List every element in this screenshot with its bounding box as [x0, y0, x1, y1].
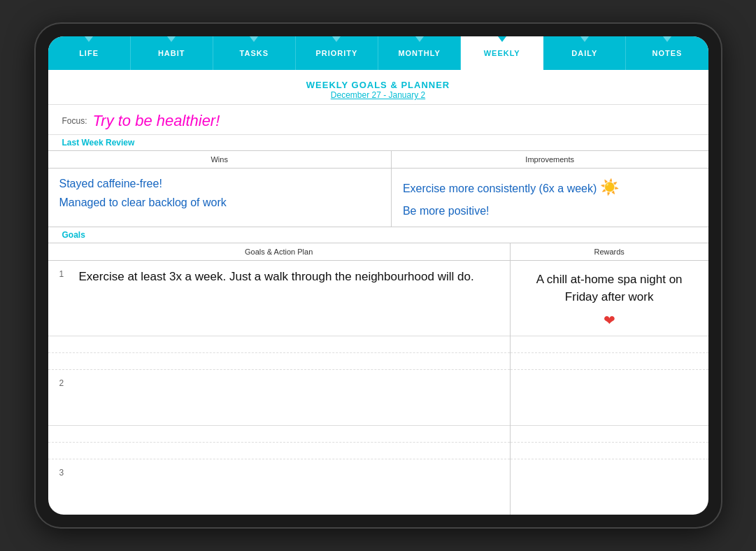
focus-label: Focus:: [62, 116, 87, 126]
goals-section: Goals & Action Plan Rewards 1 Exercise a…: [48, 243, 708, 515]
page-date[interactable]: December 27 - January 2: [48, 90, 708, 100]
wins-text: Stayed caffeine-free! Managed to clear b…: [59, 174, 380, 212]
tab-life[interactable]: LIFE: [48, 36, 131, 70]
goal-row-3: 3: [48, 459, 708, 515]
focus-row: Focus: Try to be healthier!: [48, 105, 708, 135]
tab-notes[interactable]: NOTES: [626, 36, 708, 70]
goal-row-1: 1 Exercise at least 3x a week. Just a wa…: [48, 260, 708, 336]
page-title: WEEKLY GOALS & PLANNER: [48, 80, 708, 90]
goal-3-cell: 3: [48, 459, 511, 515]
improvements-cell: Exercise more consistently (6x a week) ☀…: [391, 169, 708, 227]
goal-1-text: Exercise at least 3x a week. Just a walk…: [79, 268, 474, 286]
goal-number-1: 1: [59, 268, 73, 279]
improvements-column-header: Improvements: [391, 151, 708, 169]
tab-daily[interactable]: DAILY: [543, 36, 626, 70]
tab-weekly[interactable]: WEEKLY: [461, 36, 543, 70]
goals-header: Goals: [48, 227, 708, 243]
review-table: Wins Improvements Stayed caffeine-free! …: [48, 150, 708, 227]
heart-emoji-1: ❤: [604, 313, 615, 328]
goal-2-subline2: [48, 442, 708, 459]
focus-text: Try to be healthier!: [93, 112, 220, 130]
goal-1-cell: 1 Exercise at least 3x a week. Just a wa…: [48, 260, 511, 336]
reward-1-text: A chill at-home spa night on Friday afte…: [522, 268, 697, 309]
nav-bar: LIFE HABIT TASKS PRIORITY MONTHLY WEEKLY…: [48, 36, 708, 70]
goal-number-2: 2: [59, 377, 73, 388]
last-week-review-header: Last Week Review: [48, 135, 708, 150]
reward-2-cell: [510, 369, 708, 425]
goal-1-subline2: [48, 352, 708, 369]
goal-row-2: 2: [48, 369, 708, 425]
tablet-screen: LIFE HABIT TASKS PRIORITY MONTHLY WEEKLY…: [48, 36, 708, 515]
tab-tasks[interactable]: TASKS: [213, 36, 296, 70]
goal-1-subline: [48, 336, 708, 352]
wins-column-header: Wins: [48, 151, 392, 169]
tab-monthly[interactable]: MONTHLY: [378, 36, 461, 70]
goal-2-subline: [48, 425, 708, 442]
goals-table: Goals & Action Plan Rewards 1 Exercise a…: [48, 243, 708, 515]
goal-number-3: 3: [59, 466, 73, 478]
reward-1-cell: A chill at-home spa night on Friday afte…: [510, 260, 708, 336]
tab-habit[interactable]: HABIT: [131, 36, 213, 70]
tablet-frame: LIFE HABIT TASKS PRIORITY MONTHLY WEEKLY…: [36, 24, 721, 527]
improvements-text: Exercise more consistently (6x a week) ☀…: [403, 174, 697, 221]
reward-3-cell: [510, 459, 708, 515]
tab-priority[interactable]: PRIORITY: [296, 36, 378, 70]
rewards-col-header: Rewards: [510, 243, 708, 260]
wins-cell: Stayed caffeine-free! Managed to clear b…: [48, 169, 392, 227]
goal-2-cell: 2: [48, 369, 511, 425]
main-content: WEEKLY GOALS & PLANNER December 27 - Jan…: [48, 70, 708, 515]
goals-col-header: Goals & Action Plan: [48, 243, 511, 260]
sun-emoji: ☀️: [600, 174, 619, 200]
page-title-section: WEEKLY GOALS & PLANNER December 27 - Jan…: [48, 70, 708, 105]
